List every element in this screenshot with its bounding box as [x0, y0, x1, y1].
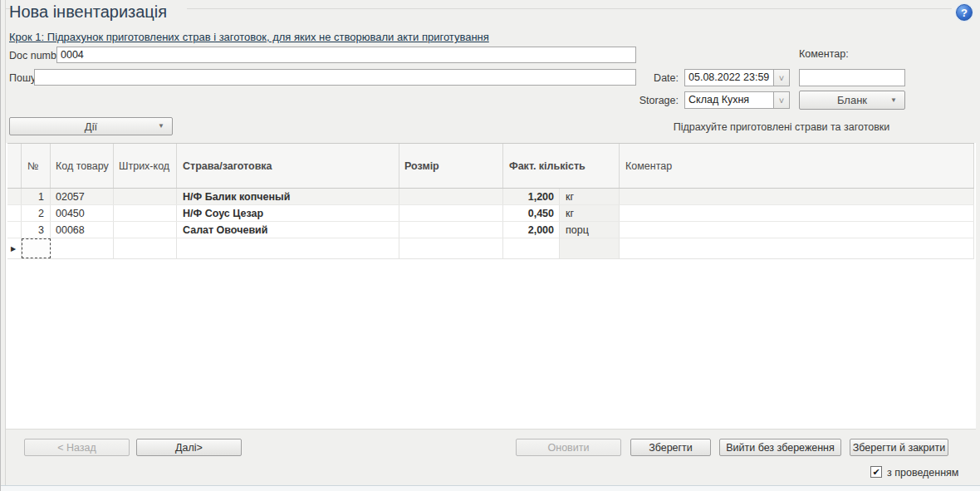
header-barcode: Штрих-код — [114, 144, 177, 188]
storage-value: Склад Кухня — [688, 94, 749, 106]
storage-label: Storage: — [620, 95, 679, 106]
current-row-indicator: ▶ — [7, 238, 22, 258]
current-row-marker-icon: ▶ — [11, 245, 16, 253]
dish-cell[interactable]: Н/Ф Балик копченый — [177, 189, 399, 204]
header-dish: Страва/заготовка — [177, 144, 399, 188]
comment-cell[interactable] — [620, 189, 974, 204]
groupbox-border — [187, 8, 952, 9]
dish-cell[interactable] — [177, 238, 399, 258]
with-posting-label: з проведенням — [887, 467, 958, 479]
storage-combobox[interactable]: Склад Кухня ˅ — [684, 91, 790, 109]
date-combobox[interactable]: 05.08.2022 23:59 ˅ — [684, 69, 790, 86]
help-icon[interactable]: ? — [956, 4, 973, 21]
exit-without-saving-button[interactable]: Вийти без збереження — [719, 439, 841, 456]
comment-label: Коментар: — [799, 48, 849, 60]
barcode-cell[interactable] — [114, 238, 177, 258]
header-comment: Коментар — [620, 144, 974, 188]
date-label: Date: — [632, 72, 679, 84]
checkmark-icon: ✔ — [872, 467, 880, 478]
comment-cell[interactable] — [620, 222, 974, 238]
row-num-cell[interactable]: 3 — [22, 222, 51, 238]
blank-button-label: Бланк — [837, 94, 867, 106]
product-code-cell[interactable]: 02057 — [51, 189, 114, 204]
row-selector-cell[interactable] — [7, 222, 22, 238]
next-button[interactable]: Далі> — [136, 439, 242, 456]
unit-cell: кг — [560, 205, 620, 221]
window-bottom-edge — [1, 485, 980, 491]
barcode-cell[interactable] — [114, 205, 177, 221]
size-cell[interactable] — [399, 205, 503, 221]
refresh-button[interactable]: Оновити — [516, 439, 621, 456]
quantity-cell[interactable]: 2,000 — [503, 222, 560, 238]
product-code-cell[interactable]: 00068 — [51, 222, 114, 238]
row-num-cell[interactable]: 1 — [22, 189, 51, 204]
table-row: 1 02057 Н/Ф Балик копченый 1,200 кг — [7, 189, 974, 205]
product-code-cell[interactable] — [51, 238, 114, 258]
new-row: ▶ — [7, 238, 974, 259]
blank-button[interactable]: Бланк ▼ — [799, 91, 905, 110]
comment-input[interactable] — [799, 69, 905, 86]
dish-cell[interactable]: Салат Овочевий — [177, 222, 399, 238]
search-input[interactable] — [34, 69, 636, 86]
quantity-cell[interactable] — [503, 238, 560, 258]
page-title: Нова інвентаризація — [9, 2, 167, 22]
size-cell[interactable] — [399, 238, 503, 258]
header-size: Розмір — [399, 144, 503, 188]
date-dropdown-button[interactable]: ˅ — [773, 70, 789, 86]
doc-number-input[interactable] — [56, 47, 636, 63]
row-selector-cell[interactable] — [7, 205, 22, 221]
save-and-close-button[interactable]: Зберегти й закрити — [850, 439, 948, 456]
storage-dropdown-button[interactable]: ˅ — [773, 92, 789, 108]
chevron-down-icon: ˅ — [779, 73, 784, 83]
unit-cell: кг — [560, 189, 620, 204]
with-posting-checkbox[interactable]: ✔ — [870, 466, 882, 478]
dish-cell[interactable]: Н/Ф Соус Цезар — [177, 205, 399, 221]
date-value: 05.08.2022 23:59 — [688, 71, 769, 83]
comment-cell[interactable] — [620, 238, 974, 258]
header-product-code: Код товару — [51, 144, 114, 188]
table-row: 3 00068 Салат Овочевий 2,000 порц — [7, 222, 974, 238]
comment-cell[interactable] — [620, 205, 974, 221]
size-cell[interactable] — [399, 222, 503, 238]
grid-header: № Код товару Штрих-код Страва/заготовка … — [7, 143, 974, 189]
row-selector-cell[interactable] — [7, 189, 22, 204]
header-num: № — [22, 144, 51, 188]
barcode-cell[interactable] — [114, 189, 177, 204]
chevron-down-icon: ▼ — [890, 96, 897, 104]
chevron-down-icon: ▼ — [158, 122, 164, 130]
barcode-cell[interactable] — [114, 222, 177, 238]
new-row-focused-cell[interactable] — [22, 238, 51, 258]
unit-cell — [560, 238, 620, 258]
new-inventory-window: Нова інвентаризація ? Крок 1: Підрахунок… — [0, 0, 980, 491]
step1-link[interactable]: Крок 1: Підрахунок приготовлених страв і… — [9, 31, 489, 43]
inventory-grid: № Код товару Штрих-код Страва/заготовка … — [7, 143, 974, 259]
table-row: 2 00450 Н/Ф Соус Цезар 0,450 кг — [7, 205, 974, 222]
chevron-down-icon: ˅ — [779, 96, 784, 106]
quantity-cell[interactable]: 1,200 — [503, 189, 560, 204]
hint-text: Підрахуйте приготовлені страви та загото… — [615, 121, 948, 133]
quantity-cell[interactable]: 0,450 — [503, 205, 560, 221]
size-cell[interactable] — [399, 189, 503, 204]
back-button[interactable]: < Назад — [24, 439, 130, 456]
row-num-cell[interactable]: 2 — [22, 205, 51, 221]
save-button[interactable]: Зберегти — [630, 439, 711, 456]
actions-button[interactable]: Дії ▼ — [9, 117, 173, 135]
actions-button-label: Дії — [85, 120, 97, 133]
unit-cell: порц — [560, 222, 620, 238]
header-selector — [7, 144, 22, 188]
product-code-cell[interactable]: 00450 — [51, 205, 114, 221]
header-fact-quantity: Факт. кількість — [503, 144, 620, 188]
